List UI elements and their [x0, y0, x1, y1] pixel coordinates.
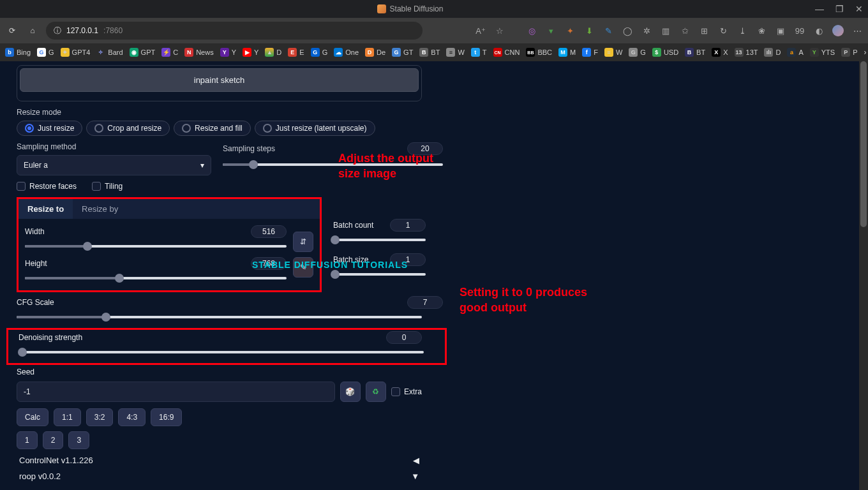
bookmark-google[interactable]: GG — [37, 48, 54, 57]
bookmark-g3[interactable]: GG — [629, 48, 646, 57]
minimize-button[interactable]: — — [815, 4, 824, 14]
downloads-icon[interactable]: ⤓ — [737, 25, 748, 36]
seed-input[interactable] — [17, 382, 335, 402]
width-slider[interactable] — [25, 241, 287, 252]
bookmark-d2[interactable]: ılıD — [764, 48, 781, 57]
extensions-icon[interactable]: ✲ — [641, 25, 652, 36]
ext-icon-1[interactable]: ◎ — [526, 25, 537, 36]
ext-icon-10[interactable]: ◐ — [813, 25, 825, 36]
bookmark-13t[interactable]: 1313T — [735, 48, 758, 57]
bookmark-y2[interactable]: ▶Y — [243, 48, 258, 57]
ext-icon-6[interactable]: ◯ — [622, 25, 633, 36]
radio-crop-resize[interactable]: Crop and resize — [86, 121, 170, 136]
batch-count-value[interactable]: 1 — [390, 219, 426, 232]
bookmark-d[interactable]: ▲D — [265, 48, 281, 57]
cfg-value[interactable]: 7 — [407, 296, 443, 309]
width-value[interactable]: 516 — [251, 225, 287, 238]
bookmark-bt[interactable]: BBT — [419, 48, 440, 57]
batch-size-slider[interactable] — [333, 269, 426, 280]
bookmark-x[interactable]: XX — [712, 48, 728, 57]
history-icon[interactable]: ↻ — [717, 25, 729, 36]
ratio-1-1[interactable]: 1:1 — [54, 408, 81, 426]
seed-label: Seed — [17, 368, 443, 376]
read-aloud-icon[interactable]: A⁺ — [475, 25, 486, 36]
accordion-controlnet[interactable]: ControlNet v1.1.226◀ — [17, 449, 422, 471]
toolbar-icons: A⁺ ☆ ◎ ▾ ✦ ⬇ ✎ ◯ ✲ ▥ ✩ ⊞ ↻ ⤓ ❀ ▣ 99 ◐ ⋯ — [475, 25, 863, 36]
radio-latent-upscale[interactable]: Just resize (latent upscale) — [255, 121, 375, 136]
bookmark-one[interactable]: ☁One — [334, 48, 359, 57]
bookmark-yts[interactable]: YYTS — [810, 48, 835, 57]
bookmark-de[interactable]: DDe — [365, 48, 385, 57]
cfg-slider[interactable] — [17, 311, 422, 323]
sampling-method-select[interactable]: Euler a ▾ — [17, 155, 211, 175]
num-3[interactable]: 3 — [68, 431, 89, 449]
seed-random-button[interactable]: 🎲 — [340, 382, 361, 402]
bookmark-c[interactable]: ⚡C — [161, 48, 178, 57]
bookmark-g2[interactable]: GG — [311, 48, 328, 57]
bookmark-gt[interactable]: GGT — [392, 48, 413, 57]
extra-checkbox[interactable]: Extra — [391, 387, 422, 396]
ext-icon-5[interactable]: ✎ — [602, 25, 614, 36]
bookmark-a[interactable]: aA — [787, 48, 803, 57]
ext-icon-4[interactable]: ⬇ — [583, 25, 595, 36]
height-slider[interactable] — [25, 272, 287, 284]
swap-dims-button[interactable]: ⇵ — [293, 232, 313, 252]
bookmark-gpt[interactable]: ◉GPT — [130, 48, 156, 57]
bookmark-m[interactable]: MM — [558, 48, 576, 57]
bookmark-usd[interactable]: $USD — [652, 48, 678, 57]
batch-count-slider[interactable] — [333, 234, 426, 246]
bookmark-p[interactable]: PP — [841, 48, 857, 57]
inpaint-sketch-button[interactable]: inpaint sketch — [20, 68, 419, 92]
ratio-4-3[interactable]: 4:3 — [118, 408, 146, 426]
profile-avatar[interactable] — [832, 25, 844, 36]
bookmark-w[interactable]: ≡W — [446, 48, 464, 57]
vertical-scrollbar[interactable] — [859, 61, 868, 490]
sampling-method-value: Euler a — [24, 161, 48, 170]
bookmark-f[interactable]: fF — [582, 48, 598, 57]
ratio-3-2[interactable]: 3:2 — [86, 408, 114, 426]
calc-button[interactable]: Calc — [17, 408, 49, 426]
bookmark-y1[interactable]: YY — [220, 48, 236, 57]
bookmark-news[interactable]: NNews — [184, 48, 214, 57]
tiling-checkbox[interactable]: Tiling — [92, 182, 123, 191]
ext-icon-3[interactable]: ✦ — [564, 25, 576, 36]
split-icon[interactable]: ▥ — [660, 25, 671, 36]
ext-icon-9[interactable]: 99 — [794, 25, 805, 36]
height-label: Height — [25, 259, 47, 268]
bookmark-e[interactable]: EE — [288, 48, 304, 57]
bookmark-cnn[interactable]: CNCNN — [493, 48, 520, 57]
collections-icon[interactable]: ⊞ — [698, 25, 710, 36]
ext-icon-7[interactable]: ❀ — [756, 25, 767, 36]
denoise-value[interactable]: 0 — [386, 331, 422, 344]
bookmark-gpt4[interactable]: ✦GPT4 — [61, 48, 91, 57]
bookmark-w2[interactable]: ≡W — [604, 48, 622, 57]
accordion-roop[interactable]: roop v0.0.2▼ — [17, 471, 422, 487]
tab-resize-by[interactable]: Resize by — [73, 199, 127, 219]
num-1[interactable]: 1 — [17, 431, 38, 449]
bookmark-t[interactable]: tT — [471, 48, 487, 57]
seed-recycle-button[interactable]: ♻ — [366, 382, 386, 402]
ratio-16-9[interactable]: 16:9 — [151, 408, 182, 426]
favorite-icon[interactable]: ☆ — [494, 25, 505, 36]
bookmark-bard[interactable]: ✧Bard — [96, 48, 123, 57]
bookmark-bbc[interactable]: BBBBC — [526, 48, 552, 57]
radio-resize-fill[interactable]: Resize and fill — [174, 121, 251, 136]
ext-icon-2[interactable]: ▾ — [545, 25, 557, 36]
radio-just-resize[interactable]: Just resize — [17, 121, 82, 136]
refresh-button[interactable]: ⟳ — [5, 24, 19, 38]
menu-icon[interactable]: ⋯ — [851, 25, 863, 36]
denoise-slider[interactable] — [19, 346, 424, 358]
tab-resize-to[interactable]: Resize to — [19, 199, 73, 219]
home-button[interactable]: ⌂ — [26, 24, 40, 38]
num-2[interactable]: 2 — [43, 431, 64, 449]
address-bar[interactable]: ⓘ 127.0.0.1:7860 — [46, 22, 423, 40]
bookmark-bt2[interactable]: BBT — [685, 48, 705, 57]
ext-icon-8[interactable]: ▣ — [775, 25, 786, 36]
favorites-icon[interactable]: ✩ — [679, 25, 691, 36]
restore-faces-checkbox[interactable]: Restore faces — [17, 182, 77, 191]
bookmark-bing[interactable]: bBing — [5, 48, 31, 57]
close-button[interactable]: ✕ — [855, 4, 863, 14]
maximize-button[interactable]: ❐ — [835, 4, 844, 14]
batch-count-label: Batch count — [333, 221, 373, 230]
bookmarks-overflow[interactable]: › — [864, 48, 867, 57]
